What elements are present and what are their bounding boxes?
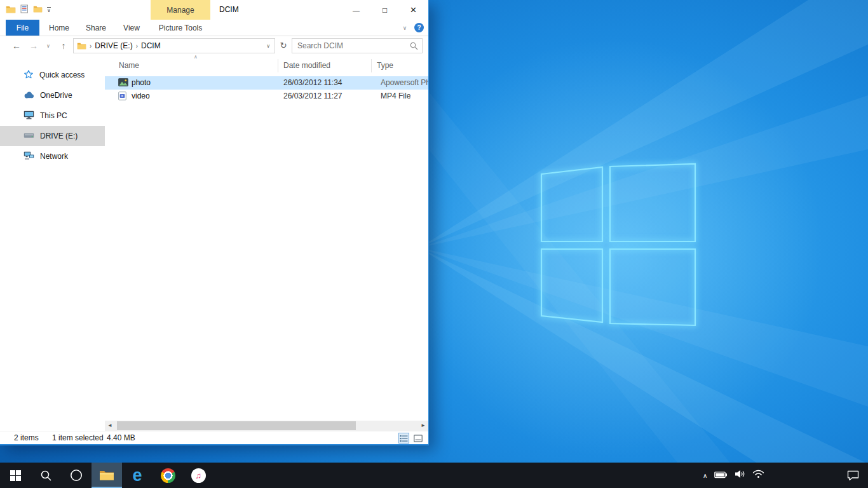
ribbon-tabs: File Home Share View Picture Tools ∨ ? bbox=[0, 20, 428, 36]
file-name: photo bbox=[132, 76, 151, 90]
selection-size: 4.40 MB bbox=[107, 431, 135, 445]
sidebar-item-label: This PC bbox=[40, 111, 67, 120]
taskbar-chrome-button[interactable] bbox=[153, 463, 183, 488]
minimize-button[interactable]: — bbox=[342, 0, 370, 20]
sidebar-item-this-pc[interactable]: This PC bbox=[0, 105, 105, 126]
address-bar: ← → ∨ ↑ › DRIVE (E:) › DCIM ∨ ↻ bbox=[0, 36, 428, 55]
tray-show-hidden-icons-icon[interactable]: ∧ bbox=[703, 472, 707, 479]
back-button[interactable]: ← bbox=[9, 36, 24, 55]
file-type: MP4 File bbox=[381, 90, 410, 103]
column-header-type[interactable]: Type bbox=[377, 55, 393, 76]
window-controls: — □ × bbox=[342, 0, 428, 20]
system-tray: ∧ bbox=[703, 463, 764, 488]
drive-icon bbox=[24, 132, 34, 140]
window-folder-icon[interactable] bbox=[6, 5, 16, 15]
sidebar-item-drive-e[interactable]: DRIVE (E:) bbox=[0, 126, 105, 146]
tab-home[interactable]: Home bbox=[43, 20, 75, 36]
window-title: DCIM bbox=[219, 0, 239, 20]
this-pc-icon bbox=[24, 111, 34, 121]
scroll-left-icon[interactable]: ◄ bbox=[105, 421, 115, 431]
quick-access-star-icon bbox=[24, 69, 34, 81]
search-input[interactable] bbox=[292, 39, 422, 53]
tab-picture-tools[interactable]: Picture Tools bbox=[151, 20, 210, 36]
tab-file[interactable]: File bbox=[6, 20, 39, 36]
ribbon-collapse-icon[interactable]: ∨ bbox=[399, 22, 410, 34]
navigation-pane: Quick access OneDrive This PC DRIVE (E:) bbox=[0, 55, 105, 421]
file-explorer-icon bbox=[99, 469, 114, 481]
taskbar: e ♫ ∧ bbox=[0, 463, 868, 488]
titlebar: ∨ Manage DCIM — □ × bbox=[0, 0, 428, 20]
onedrive-cloud-icon bbox=[24, 91, 34, 100]
contextual-group-manage: Manage bbox=[151, 0, 210, 20]
column-header-date-modified[interactable]: Date modified bbox=[283, 55, 330, 76]
breadcrumb-segment-drive[interactable]: DRIVE (E:) bbox=[95, 41, 132, 50]
volume-icon[interactable] bbox=[735, 470, 745, 481]
sidebar-item-label: DRIVE (E:) bbox=[40, 132, 78, 140]
forward-button[interactable]: → bbox=[26, 36, 41, 55]
close-button[interactable]: × bbox=[399, 0, 428, 20]
column-divider[interactable] bbox=[371, 59, 372, 72]
battery-icon[interactable] bbox=[714, 470, 728, 481]
file-date-modified: 26/03/2012 11:27 bbox=[283, 90, 342, 103]
action-center-icon bbox=[847, 470, 859, 481]
selection-count: 1 item selected bbox=[52, 431, 104, 445]
address-box[interactable]: › DRIVE (E:) › DCIM ∨ bbox=[73, 38, 275, 53]
column-header-name[interactable]: Name bbox=[119, 55, 139, 76]
chrome-icon bbox=[161, 468, 175, 483]
video-file-icon bbox=[118, 92, 126, 100]
file-date-modified: 26/03/2012 11:34 bbox=[283, 76, 342, 90]
details-view-button[interactable] bbox=[398, 433, 409, 444]
file-row-video[interactable]: video 26/03/2012 11:27 MP4 File bbox=[105, 90, 428, 103]
column-headers: ∧ Name Date modified Type bbox=[105, 55, 428, 76]
column-divider[interactable] bbox=[278, 59, 278, 72]
taskbar-edge-button[interactable]: e bbox=[122, 463, 153, 488]
thumbnails-view-icon bbox=[414, 435, 423, 442]
start-button[interactable] bbox=[0, 463, 31, 488]
address-folder-icon bbox=[77, 42, 86, 50]
wifi-icon[interactable] bbox=[752, 470, 764, 481]
refresh-icon[interactable]: ↻ bbox=[277, 38, 290, 53]
new-folder-icon[interactable] bbox=[33, 5, 43, 15]
scrollbar-thumb[interactable] bbox=[117, 421, 356, 430]
breadcrumb-separator: › bbox=[86, 43, 95, 50]
address-dropdown-icon[interactable]: ∨ bbox=[262, 43, 275, 49]
search-icon bbox=[410, 42, 418, 52]
tab-view[interactable]: View bbox=[116, 20, 147, 36]
search-box bbox=[292, 38, 423, 53]
horizontal-scrollbar[interactable]: ◄ ► bbox=[105, 421, 428, 431]
file-name: video bbox=[132, 90, 150, 103]
help-icon[interactable]: ? bbox=[414, 23, 424, 32]
thumbnails-view-button[interactable] bbox=[412, 433, 423, 444]
action-center-button[interactable] bbox=[837, 463, 868, 488]
file-row-photo[interactable]: photo 26/03/2012 11:34 Apowersoft Pho bbox=[105, 76, 428, 90]
sidebar-item-label: Quick access bbox=[39, 71, 85, 79]
breadcrumb-segment-dcim[interactable]: DCIM bbox=[141, 41, 161, 50]
details-view-icon bbox=[400, 435, 408, 442]
maximize-button[interactable]: □ bbox=[370, 0, 399, 20]
sidebar-item-label: Network bbox=[40, 152, 68, 161]
up-button[interactable]: ↑ bbox=[56, 36, 71, 55]
windows-start-icon bbox=[10, 470, 21, 481]
screen: ∨ Manage DCIM — □ × File Home Share View… bbox=[0, 0, 868, 488]
cortana-button[interactable] bbox=[61, 463, 92, 488]
breadcrumb-separator: › bbox=[133, 43, 141, 50]
sort-ascending-icon: ∧ bbox=[191, 54, 200, 60]
sidebar-item-onedrive[interactable]: OneDrive bbox=[0, 85, 105, 105]
file-explorer-window: ∨ Manage DCIM — □ × File Home Share View… bbox=[0, 0, 429, 445]
items-count: 2 items bbox=[14, 431, 39, 445]
photo-file-icon bbox=[118, 78, 128, 86]
sidebar-item-quick-access[interactable]: Quick access bbox=[0, 65, 105, 85]
network-icon bbox=[24, 151, 34, 161]
scroll-right-icon[interactable]: ► bbox=[418, 421, 428, 431]
qat-customize-icon[interactable]: ∨ bbox=[47, 7, 51, 13]
sidebar-item-network[interactable]: Network bbox=[0, 146, 105, 166]
taskbar-search-button[interactable] bbox=[31, 463, 61, 488]
history-dropdown-icon[interactable]: ∨ bbox=[43, 36, 53, 55]
taskbar-itunes-button[interactable]: ♫ bbox=[183, 463, 214, 488]
status-bar: 2 items 1 item selected 4.40 MB bbox=[0, 431, 428, 444]
properties-icon[interactable] bbox=[20, 4, 29, 15]
itunes-icon: ♫ bbox=[191, 468, 206, 483]
taskbar-file-explorer-button[interactable] bbox=[92, 463, 122, 488]
quick-access-toolbar: ∨ bbox=[6, 4, 51, 15]
tab-share[interactable]: Share bbox=[79, 20, 113, 36]
